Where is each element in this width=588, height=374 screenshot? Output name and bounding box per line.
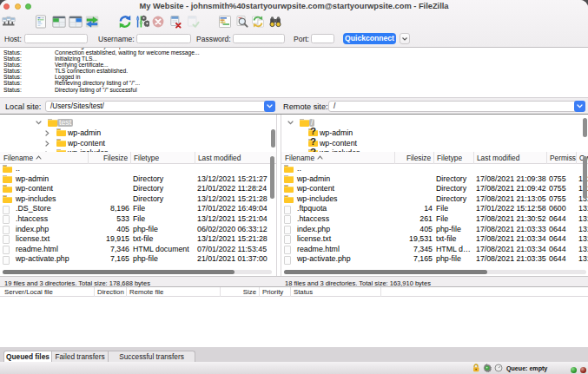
file-row-license-txt[interactable]: license.txt19,531txt-file17/08/2021 21:0… [281,234,588,245]
cell-filetype: File [434,204,474,214]
titlebar[interactable]: My Website - johnsmith%40startyourwpsite… [0,0,588,12]
tab-successful-transfers[interactable]: Successful transfers [108,351,195,362]
tree-item-label[interactable]: wp-content [66,140,107,148]
tab-failed-transfers[interactable]: Failed transfers [51,351,109,362]
cancel-button[interactable] [151,15,165,29]
column-header-filetype[interactable]: Filetype [434,152,474,164]
remote-site-combobox[interactable]: / [328,101,585,112]
process-queue-button[interactable] [135,15,149,29]
cell-last-modified [195,164,275,174]
message-log-button[interactable] [34,15,48,29]
tree-item-label[interactable]: wp-admin [66,129,102,137]
local-site-combobox[interactable]: /Users/Sites/test/ [45,101,275,112]
cell-last-modified: 17/08/2021 21:03:35 [474,254,547,265]
quickconnect-dropdown-button[interactable] [400,33,410,44]
cell-last-modified: 17/01/2022 16:49:04 [195,204,275,214]
column-header-direction[interactable]: Direction [95,287,127,297]
message-log[interactable]: Status:Connecting to startyourwpsite.com… [0,48,588,97]
file-row-readme-html[interactable]: readme.html7,346HTML document07/01/2022 … [0,245,276,255]
disconnect-button[interactable] [168,15,182,29]
file-row-wp-includes[interactable]: wp-includesDirectory17/08/2021 21:13:050… [281,194,588,205]
column-header-size[interactable]: Size [221,287,260,297]
column-header-filename[interactable]: Filename [281,152,395,164]
directory-comparison-button[interactable] [85,15,99,29]
refresh-button[interactable] [118,15,132,29]
speed-limits-icon[interactable] [483,364,492,372]
column-header-permissions[interactable]: Permissions [547,152,577,164]
file-row--htaccess[interactable]: .htaccess533File13/12/2021 15:21:04 [0,214,276,225]
column-header-last-modified[interactable]: Last modified [195,152,277,164]
column-header-priority[interactable]: Priority [260,287,291,297]
local-tree-scrollbar[interactable] [271,129,275,148]
column-header-remote-file[interactable]: Remote file [127,287,221,297]
file-row-wp-content[interactable]: wp-contentDirectory21/01/2022 11:28:24 [0,184,276,194]
tree-item-wp-admin[interactable]: ?wp-admin [281,128,588,138]
file-row-wp-content[interactable]: wp-contentDirectory17/08/2021 21:09:4207… [281,184,588,194]
tree-item-wp-admin[interactable]: wp-admin [0,128,276,138]
column-header-filetype[interactable]: Filetype [131,152,195,164]
activity-meter-icon[interactable] [494,364,503,372]
question-mark-overlay: ? [309,137,318,148]
column-header-filename[interactable]: Filename [0,152,89,164]
cell-filename: readme.html [14,245,89,255]
file-row--ftpquota[interactable]: .ftpquota14File17/01/2022 15:12:58060013… [281,204,588,214]
file-search-button[interactable] [235,15,249,29]
remote-file-list[interactable]: Filename Filesize Filetype Last modified… [281,152,588,276]
column-header-filesize[interactable]: Filesize [395,152,434,164]
log-tag: Status: [3,49,22,56]
remote-list-vscrollbar[interactable] [583,156,587,199]
tree-item-test[interactable]: test [0,118,276,128]
tab-queued-files[interactable]: Queued files [3,351,52,362]
file-row--htaccess[interactable]: .htaccess261File17/08/2021 21:30:5206441… [281,214,588,225]
local-list-vscrollbar[interactable] [270,156,274,199]
tree-item--[interactable]: / [281,118,588,128]
file-row--[interactable]: .. [0,164,276,174]
synchronized-browsing-button[interactable] [251,15,265,29]
local-file-list[interactable]: Filename Filesize Filetype Last modified… [0,152,277,276]
tree-item-wp-content[interactable]: wp-content [0,138,276,148]
tree-item-label[interactable]: wp-content [318,140,359,148]
cell-owner-group: 1318 1318 [577,225,588,235]
quickconnect-button[interactable]: Quickconnect [343,33,396,44]
cell-filename: wp-includes [14,194,89,205]
site-manager-button[interactable] [2,15,16,29]
file-row-license-txt[interactable]: license.txt19,915txt-file13/12/2021 15:2… [0,234,276,245]
column-header-status[interactable]: Status [291,287,381,297]
local-list-hscrollbar[interactable] [3,270,235,274]
file-row-readme-html[interactable]: readme.html7,345HTML document17/08/2021 … [281,245,588,255]
directory-listing-filters-button[interactable] [218,15,232,29]
local-directory-tree[interactable]: testwp-adminwp-contentwp-includes [0,115,277,152]
port-input[interactable] [311,34,334,43]
remote-pane-toggle-button[interactable] [69,15,83,29]
file-row-wp-activate-php[interactable]: wp-activate.php7,165php-file21/01/2021 0… [0,254,276,265]
file-row-index-php[interactable]: index.php405php-file17/08/2021 21:03:330… [281,225,588,235]
local-pane-toggle-button[interactable] [52,15,66,29]
host-input[interactable] [24,34,88,43]
column-header-filesize[interactable]: Filesize [89,152,131,164]
file-row-wp-includes[interactable]: wp-includesDirectory13/12/2021 15:21:28 [0,194,276,205]
window-chrome: My Website - johnsmith%40startyourwpsite… [0,0,588,48]
local-status-text: 19 files and 3 directories. Total size: … [4,279,150,287]
file-row-wp-activate-php[interactable]: wp-activate.php7,165php-file17/08/2021 2… [281,254,588,265]
tree-item-label[interactable]: test [57,119,73,127]
username-input[interactable] [136,34,191,43]
find-files-button[interactable] [268,15,282,29]
tree-item-wp-content[interactable]: ?wp-content [281,138,588,148]
column-header-server-local-file[interactable]: Server/Local file [0,287,95,297]
file-row-index-php[interactable]: index.php405php-file06/02/2020 06:33:12 [0,225,276,235]
tls-lock-icon[interactable] [472,364,480,372]
file-icon [3,206,10,214]
file-row--[interactable]: .. [281,164,588,174]
file-row-wp-admin[interactable]: wp-adminDirectory13/12/2021 15:21:27 [0,174,276,185]
remote-tree-scrollbar[interactable] [583,118,587,137]
local-site-dropdown-button[interactable] [264,101,275,112]
reconnect-button[interactable] [186,15,200,29]
tree-item-label[interactable]: wp-admin [318,129,354,137]
password-input[interactable] [233,34,285,43]
remote-site-dropdown-button[interactable] [574,101,585,112]
remote-list-hscrollbar[interactable] [284,270,487,274]
column-header-last-modified[interactable]: Last modified [474,152,547,164]
remote-directory-tree[interactable]: /?wp-admin?wp-content?wp-includes [281,115,588,152]
file-row-wp-admin[interactable]: wp-adminDirectory17/08/2021 21:09:380755… [281,174,588,185]
file-row--DS-Store[interactable]: .DS_Store8,196File17/01/2022 16:49:04 [0,204,276,214]
